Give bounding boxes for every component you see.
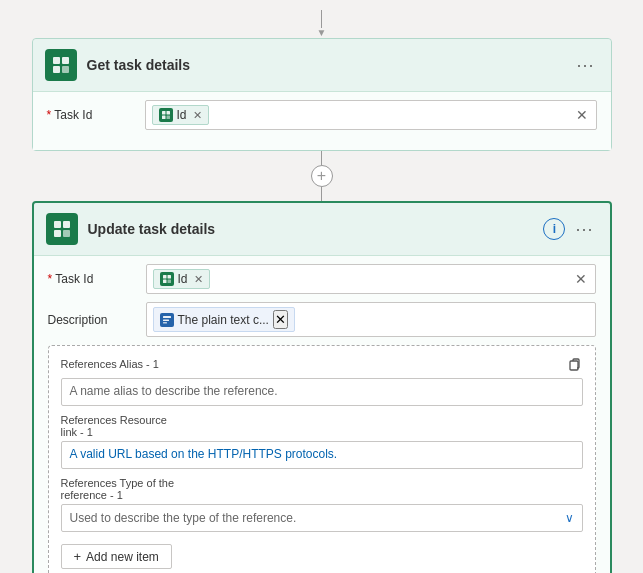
update-task-id-chip-label: Id (178, 272, 188, 286)
references-type-field: References Type of the reference - 1 Use… (61, 477, 583, 532)
connector: + (311, 151, 333, 201)
svg-rect-0 (53, 57, 60, 64)
update-task-desc-chip-remove[interactable]: ✕ (273, 310, 288, 329)
references-alias-label: References Alias - 1 (61, 358, 159, 370)
svg-rect-6 (162, 116, 166, 120)
update-task-id-chip: Id ✕ (153, 269, 210, 289)
get-task-card: Get task details ··· Task Id (32, 38, 612, 151)
update-task-description-label: Description (48, 313, 138, 327)
chevron-down-icon: ∨ (565, 511, 574, 525)
update-task-id-label: Task Id (48, 272, 138, 286)
references-resource-input[interactable]: A valid URL based on the HTTP/HTTPS prot… (61, 441, 583, 469)
svg-rect-3 (62, 66, 69, 73)
update-task-description-input[interactable]: The plain text c... ✕ (146, 302, 596, 337)
get-task-id-chip-remove[interactable]: ✕ (193, 109, 202, 122)
references-alias-header: References Alias - 1 (61, 356, 583, 372)
add-new-item-btn[interactable]: + Add new item (61, 544, 172, 569)
update-task-chip-icon (160, 272, 174, 286)
update-task-desc-chip-icon (160, 313, 174, 327)
svg-rect-10 (54, 230, 61, 237)
update-task-card: Update task details i ··· Task Id (32, 201, 612, 573)
update-task-body: Task Id Id ✕ (34, 255, 610, 573)
get-task-body: Task Id Id ✕ (33, 91, 611, 150)
svg-rect-5 (166, 111, 170, 115)
get-task-id-row: Task Id Id ✕ (47, 100, 597, 130)
references-type-label: References Type of the reference - 1 (61, 477, 583, 501)
references-alias-input[interactable]: A name alias to describe the reference. (61, 378, 583, 406)
svg-rect-12 (163, 275, 167, 279)
top-arrow (317, 10, 327, 38)
get-task-id-chip-label: Id (177, 108, 187, 122)
references-resource-field: References Resource link - 1 A valid URL… (61, 414, 583, 469)
add-plus-icon: + (74, 549, 82, 564)
get-task-icon (45, 49, 77, 81)
connector-line-top (321, 151, 322, 165)
get-task-more-btn[interactable]: ··· (572, 54, 598, 76)
get-task-header: Get task details ··· (33, 39, 611, 91)
references-box: References Alias - 1 A name alias to des… (48, 345, 596, 573)
svg-rect-14 (163, 280, 167, 284)
svg-rect-17 (163, 319, 169, 321)
connector-plus-btn[interactable]: + (311, 165, 333, 187)
update-task-description-row: Description The plain text c... ✕ (48, 302, 596, 337)
references-type-select[interactable]: Used to describe the type of the referen… (61, 504, 583, 532)
update-task-id-chip-remove[interactable]: ✕ (194, 273, 203, 286)
get-task-id-label: Task Id (47, 108, 137, 122)
get-task-chip-icon (159, 108, 173, 122)
svg-rect-18 (163, 322, 167, 324)
references-alias-placeholder: A name alias to describe the reference. (70, 384, 278, 398)
get-task-id-clear[interactable]: ✕ (574, 107, 590, 123)
add-item-label: Add new item (86, 550, 159, 564)
update-task-icon (46, 213, 78, 245)
update-task-id-clear[interactable]: ✕ (573, 271, 589, 287)
svg-rect-1 (62, 57, 69, 64)
canvas: Get task details ··· Task Id (0, 10, 643, 573)
update-task-info-btn[interactable]: i (543, 218, 565, 240)
get-task-id-chip: Id ✕ (152, 105, 209, 125)
update-task-more-btn[interactable]: ··· (571, 218, 597, 240)
svg-rect-9 (63, 221, 70, 228)
get-task-title: Get task details (87, 57, 563, 73)
references-type-placeholder: Used to describe the type of the referen… (70, 511, 297, 525)
update-task-desc-chip-label: The plain text c... (178, 313, 269, 327)
update-task-id-row: Task Id Id ✕ (48, 264, 596, 294)
update-task-header: Update task details i ··· (34, 203, 610, 255)
update-task-id-input[interactable]: Id ✕ ✕ (146, 264, 596, 294)
update-task-title: Update task details (88, 221, 534, 237)
references-resource-label: References Resource link - 1 (61, 414, 583, 438)
references-resource-placeholder: A valid URL based on the HTTP/HTTPS prot… (70, 447, 338, 461)
svg-rect-15 (167, 280, 171, 284)
svg-rect-4 (162, 111, 166, 115)
svg-rect-7 (166, 116, 170, 120)
references-copy-btn[interactable] (567, 356, 583, 372)
get-task-id-input[interactable]: Id ✕ ✕ (145, 100, 597, 130)
update-task-menu: i ··· (543, 218, 597, 240)
get-task-menu: ··· (572, 54, 598, 76)
references-alias-field: References Alias - 1 A name alias to des… (61, 356, 583, 406)
svg-rect-11 (63, 230, 70, 237)
svg-rect-19 (570, 361, 578, 370)
svg-rect-13 (167, 275, 171, 279)
connector-line-bottom (321, 187, 322, 201)
svg-rect-16 (163, 316, 171, 318)
svg-rect-8 (54, 221, 61, 228)
update-task-description-chip: The plain text c... ✕ (153, 307, 295, 332)
svg-rect-2 (53, 66, 60, 73)
